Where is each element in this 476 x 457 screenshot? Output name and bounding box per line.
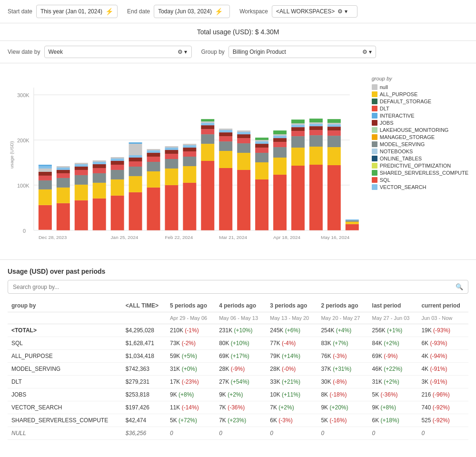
sub-p3: May 13 - May 20 bbox=[266, 312, 317, 324]
cell-period: 80K (+10%) bbox=[215, 337, 266, 350]
chart-section: 0 100K 200K 300K bbox=[0, 63, 476, 260]
legend-item: INTERACTIVE bbox=[372, 113, 468, 119]
legend-label-text: MANAGED_STORAGE bbox=[380, 134, 435, 140]
group-by-select[interactable]: Billing Origin Product ⚙ ▾ bbox=[228, 46, 376, 58]
cell-period: 6K (-3%) bbox=[266, 414, 317, 427]
legend-label-text: ALL_PURPOSE bbox=[380, 91, 417, 97]
cell-all-time: $197,426 bbox=[122, 401, 166, 414]
table-row: NULL$36,256000000 bbox=[8, 427, 468, 440]
cell-period: 37K (+31%) bbox=[317, 363, 368, 376]
svg-rect-130 bbox=[327, 136, 341, 147]
legend-item: NOTEBOOKS bbox=[372, 149, 468, 154]
svg-rect-85 bbox=[219, 136, 232, 141]
svg-rect-124 bbox=[309, 126, 323, 130]
cell-period: 9K (+8%) bbox=[166, 388, 215, 401]
svg-rect-133 bbox=[327, 124, 341, 127]
search-icon: 🔍 bbox=[456, 283, 463, 290]
cell-group-name: NULL bbox=[8, 427, 122, 440]
svg-rect-51 bbox=[129, 144, 142, 155]
svg-rect-91 bbox=[237, 143, 250, 153]
start-date-label: Start date bbox=[8, 8, 32, 15]
svg-rect-14 bbox=[39, 169, 52, 172]
svg-rect-129 bbox=[327, 147, 341, 165]
svg-rect-114 bbox=[291, 136, 305, 148]
search-input[interactable] bbox=[13, 284, 452, 290]
svg-rect-70 bbox=[183, 151, 196, 157]
svg-rect-90 bbox=[237, 153, 250, 170]
cell-period: 231K (+10%) bbox=[215, 324, 266, 337]
svg-rect-105 bbox=[273, 158, 287, 175]
start-date-icon: ⚡ bbox=[105, 8, 113, 15]
cell-period: 31K (+2%) bbox=[368, 376, 418, 388]
svg-rect-21 bbox=[57, 170, 70, 173]
svg-rect-127 bbox=[309, 119, 323, 122]
workspace-select[interactable]: <ALL WORKSPACES> ⚙ ▾ bbox=[272, 5, 357, 18]
svg-rect-134 bbox=[327, 123, 341, 124]
chart-area: 0 100K 200K 300K bbox=[8, 71, 364, 252]
col-p3: 3 periods ago bbox=[266, 299, 317, 312]
legend-color-swatch bbox=[372, 156, 377, 161]
start-date-input[interactable]: This year (Jan 01, 2024) ⚡ bbox=[36, 5, 118, 18]
search-bar[interactable]: 🔍 bbox=[8, 280, 468, 294]
cell-period: 6K (+18%) bbox=[368, 414, 418, 427]
svg-rect-122 bbox=[309, 135, 323, 147]
table-section: Usage (USD) over past periods 🔍 group by… bbox=[0, 260, 476, 447]
sub-p2: May 20 - May 27 bbox=[317, 312, 368, 324]
svg-rect-41 bbox=[111, 165, 124, 170]
cell-period: 4K (-91%) bbox=[417, 363, 468, 376]
svg-rect-48 bbox=[129, 161, 142, 167]
sub-current: Jun 03 - Now bbox=[417, 312, 468, 324]
end-date-input[interactable]: Today (Jun 03, 2024) ⚡ bbox=[154, 5, 230, 18]
cell-all-time: $1,034,418 bbox=[122, 350, 166, 363]
svg-rect-123 bbox=[309, 130, 323, 135]
svg-rect-56 bbox=[147, 157, 160, 162]
cell-period: 46K (+22%) bbox=[368, 363, 418, 376]
svg-text:0: 0 bbox=[23, 228, 26, 234]
svg-rect-93 bbox=[237, 134, 250, 138]
legend-label-text: LAKEHOUSE_MONITORING bbox=[380, 127, 449, 133]
svg-rect-18 bbox=[57, 188, 70, 203]
cell-all-time: $36,256 bbox=[122, 427, 166, 440]
legend-item: PREDICTIVE_OPTIMIZATION bbox=[372, 163, 468, 169]
legend-title: group by bbox=[372, 76, 468, 81]
svg-rect-98 bbox=[255, 153, 268, 162]
svg-rect-97 bbox=[255, 162, 268, 179]
cell-period: 740 (-92%) bbox=[417, 401, 468, 414]
cell-period: 17K (-23%) bbox=[166, 376, 215, 388]
svg-rect-36 bbox=[93, 162, 106, 164]
svg-rect-33 bbox=[93, 173, 106, 183]
svg-rect-99 bbox=[255, 148, 268, 153]
svg-rect-58 bbox=[147, 150, 160, 153]
svg-text:usage (USD): usage (USD) bbox=[9, 141, 14, 169]
legend-color-swatch bbox=[372, 170, 377, 176]
cell-period: 11K (-14%) bbox=[166, 401, 215, 414]
cell-all-time: $742,363 bbox=[122, 363, 166, 376]
top-bar: Start date This year (Jan 01, 2024) ⚡ En… bbox=[0, 0, 476, 23]
svg-rect-24 bbox=[75, 200, 88, 230]
cell-group-name: SQL bbox=[8, 337, 122, 350]
col-p5: 5 periods ago bbox=[166, 299, 215, 312]
sub-p4: May 06 - May 13 bbox=[215, 312, 266, 324]
svg-rect-118 bbox=[291, 123, 305, 125]
legend-color-swatch bbox=[372, 134, 377, 140]
legend-item: null bbox=[372, 84, 468, 90]
legend-color-swatch bbox=[372, 127, 377, 133]
svg-rect-92 bbox=[237, 138, 250, 143]
sub-p5: Apr 29 - May 06 bbox=[166, 312, 215, 324]
svg-rect-30 bbox=[75, 163, 88, 164]
cog-icon: ⚙ ▾ bbox=[337, 8, 347, 15]
svg-rect-40 bbox=[111, 170, 124, 179]
view-date-select[interactable]: Week ⚙ ▾ bbox=[44, 46, 192, 58]
svg-rect-102 bbox=[255, 140, 268, 141]
svg-rect-89 bbox=[237, 170, 250, 230]
legend-item: DLT bbox=[372, 106, 468, 111]
cell-period: 69K (-9%) bbox=[368, 350, 418, 363]
svg-rect-119 bbox=[291, 119, 305, 123]
svg-rect-53 bbox=[147, 188, 160, 230]
legend-color-swatch bbox=[372, 113, 377, 119]
table-row: SHARED_SERVERLESS_COMPUTE$42,4745K (+72%… bbox=[8, 414, 468, 427]
svg-rect-29 bbox=[75, 164, 88, 167]
cell-period: 19K (-93%) bbox=[417, 324, 468, 337]
cell-period: 6K (-93%) bbox=[417, 337, 468, 350]
svg-rect-106 bbox=[273, 147, 287, 158]
